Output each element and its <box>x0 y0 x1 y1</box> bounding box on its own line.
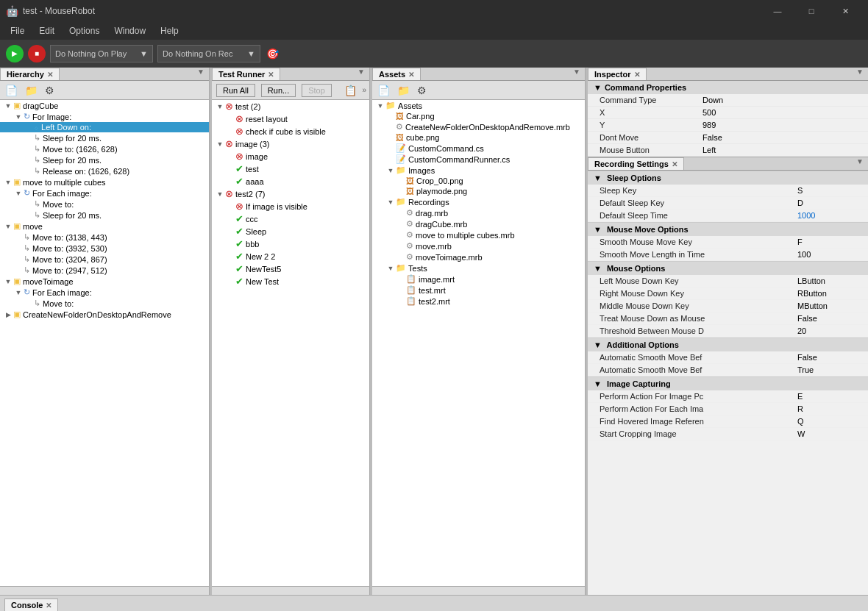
asset-item[interactable]: ⚙ move.mrb <box>372 240 585 251</box>
rs-expand-icon[interactable]: ▼ <box>852 157 868 170</box>
hierarchy-add-btn[interactable]: 📄 <box>3 84 20 97</box>
asset-item[interactable]: 🖼 playmode.png <box>372 186 585 196</box>
hierarchy-tab[interactable]: Hierarchy ✕ <box>0 68 60 80</box>
tree-item[interactable]: ↳ Move to: (1626, 628) <box>0 143 209 154</box>
asset-item[interactable]: ⚙ dragCube.mrb <box>372 218 585 229</box>
test-item[interactable]: ⊗ If image is visible <box>212 200 369 212</box>
asset-item[interactable]: 🖼 Crop_00.png <box>372 176 585 186</box>
rs-section-header[interactable]: ▼ Mouse Options <box>588 261 868 275</box>
hierarchy-scrollbar-x[interactable] <box>0 586 209 595</box>
asset-item[interactable]: 📋 image.mrt <box>372 274 585 285</box>
target-icon-button[interactable]: 🎯 <box>265 46 280 61</box>
test-item[interactable]: ⊗ image <box>212 150 369 162</box>
tree-item[interactable]: ▼↻ For Each image: <box>0 287 209 298</box>
stop-button[interactable]: ■ <box>28 45 46 62</box>
test-item[interactable]: ⊗ check if cube is visible <box>212 125 369 137</box>
asset-item[interactable]: ⚙ move to multiple cubes.mrb <box>372 229 585 240</box>
tree-item[interactable]: ↳ Release on: (1626, 628) <box>0 165 209 176</box>
test-item[interactable]: ✔ NewTest5 <box>212 262 369 275</box>
asset-item[interactable]: 📝 CustomCommandRunner.cs <box>372 154 585 165</box>
tree-item[interactable]: ↳ Sleep for 20 ms. <box>0 210 209 221</box>
tree-item[interactable]: ▼↻ For Each image: <box>0 187 209 199</box>
tree-item[interactable]: ↳ Move to: (3932, 530) <box>0 243 209 254</box>
test-item[interactable]: ✔ New Test <box>212 275 369 287</box>
tree-item[interactable]: ↳ Sleep for 20 ms. <box>0 132 209 143</box>
tree-item[interactable]: ⬦ Left Down on: <box>0 122 209 132</box>
tree-item[interactable]: ▼▣ dragCube <box>0 100 209 111</box>
rs-section-header[interactable]: ▼ Sleep Options <box>588 171 868 185</box>
console-tab[interactable]: Console ✕ <box>4 599 58 611</box>
rs-section-header[interactable]: ▼ Mouse Move Options <box>588 222 868 236</box>
asset-item[interactable]: 📋 test2.mrt <box>372 296 585 307</box>
test-item[interactable]: ✔ ccc <box>212 212 369 225</box>
tree-item[interactable]: ↳ Move to: <box>0 298 209 309</box>
assets-close-icon[interactable]: ✕ <box>408 71 414 79</box>
menu-help[interactable]: Help <box>153 24 186 37</box>
run-button[interactable]: Run... <box>261 84 296 97</box>
test-item[interactable]: ✔ test <box>212 162 369 175</box>
asset-item[interactable]: 🖼 Car.png <box>372 111 585 121</box>
tree-item[interactable]: ↳ Move to: (2947, 512) <box>0 265 209 276</box>
menu-options[interactable]: Options <box>62 24 107 37</box>
testrunner-double-arrow-icon[interactable]: » <box>362 86 366 94</box>
tree-item[interactable]: ▶▣ CreateNewFolderOnDesktopAndRemove <box>0 309 209 320</box>
tree-item[interactable]: ▼▣ move to multiple cubes <box>0 176 209 187</box>
command-properties-section[interactable]: ▼ Command Properties <box>588 81 868 94</box>
testrunner-copy-btn[interactable]: 📋 <box>342 84 359 97</box>
minimize-button[interactable]: — <box>761 0 794 22</box>
assets-folder-btn[interactable]: 📁 <box>395 84 412 97</box>
asset-item[interactable]: 🖼 cube.png <box>372 132 585 143</box>
hierarchy-expand-icon[interactable]: ▼ <box>193 68 209 80</box>
play-button[interactable]: ▶ <box>6 45 24 62</box>
tree-item[interactable]: ↳ Move to: <box>0 199 209 210</box>
test-item[interactable]: ✔ aaaa <box>212 175 369 187</box>
assets-settings-btn[interactable]: ⚙ <box>415 84 429 97</box>
hierarchy-folder-btn[interactable]: 📁 <box>23 84 40 97</box>
tree-item[interactable]: ↳ Sleep for 20 ms. <box>0 154 209 165</box>
assets-tab[interactable]: Assets ✕ <box>372 68 421 80</box>
asset-item[interactable]: ▼📁 Assets <box>372 100 585 111</box>
testrunner-tab[interactable]: Test Runner ✕ <box>212 68 280 80</box>
asset-item[interactable]: ⚙ moveToimage.mrb <box>372 251 585 262</box>
testrunner-expand-icon[interactable]: ▼ <box>353 68 369 80</box>
assets-add-btn[interactable]: 📄 <box>375 84 392 97</box>
inspector-expand-icon[interactable]: ▼ <box>852 68 868 80</box>
rs-close-icon[interactable]: ✕ <box>672 160 677 168</box>
run-all-button[interactable]: Run All <box>216 84 255 97</box>
tree-item[interactable]: ▼▣ moveToimage <box>0 276 209 287</box>
asset-item[interactable]: 📋 test.mrt <box>372 285 585 296</box>
rs-section-header[interactable]: ▼ Image Capturing <box>588 376 868 390</box>
asset-item[interactable]: ⚙ drag.mrb <box>372 207 585 218</box>
hierarchy-close-icon[interactable]: ✕ <box>47 71 53 79</box>
rec-mode-dropdown[interactable]: Do Nothing On Rec ▼ <box>157 45 260 62</box>
asset-item[interactable]: ▼📁 Tests <box>372 262 585 274</box>
console-close-icon[interactable]: ✕ <box>46 601 51 610</box>
testrunner-scrollbar-x[interactable] <box>212 586 369 595</box>
menu-edit[interactable]: Edit <box>32 24 62 37</box>
hierarchy-settings-btn[interactable]: ⚙ <box>43 84 57 97</box>
tree-item[interactable]: ▼▣ move <box>0 221 209 232</box>
menu-window[interactable]: Window <box>107 24 153 37</box>
testrunner-close-icon[interactable]: ✕ <box>268 71 274 79</box>
test-item[interactable]: ▼⊗ image (3) <box>212 137 369 150</box>
maximize-button[interactable]: □ <box>794 0 828 22</box>
test-item[interactable]: ▼⊗ test (2) <box>212 100 369 112</box>
assets-expand-icon[interactable]: ▼ <box>569 68 585 80</box>
tree-item[interactable]: ▼↻ For Image: <box>0 111 209 122</box>
asset-item[interactable]: ▼📁 Images <box>372 165 585 176</box>
test-item[interactable]: ✔ bbb <box>212 237 369 250</box>
stop-run-button[interactable]: Stop <box>302 84 332 97</box>
tree-item[interactable]: ↳ Move to: (3138, 443) <box>0 232 209 243</box>
asset-item[interactable]: ▼📁 Recordings <box>372 196 585 207</box>
close-button[interactable]: ✕ <box>828 0 862 22</box>
inspector-tab[interactable]: Inspector ✕ <box>588 68 647 80</box>
rs-section-header[interactable]: ▼ Additional Options <box>588 337 868 351</box>
assets-scrollbar-x[interactable] <box>372 586 585 595</box>
asset-item[interactable]: ⚙ CreateNewFolderOnDesktopAndRemove.mrb <box>372 121 585 132</box>
test-item[interactable]: ✔ Sleep <box>212 225 369 237</box>
inspector-close-icon[interactable]: ✕ <box>634 71 640 79</box>
recording-settings-tab[interactable]: Recording Settings ✕ <box>588 157 684 170</box>
test-item[interactable]: ✔ New 2 2 <box>212 250 369 262</box>
menu-file[interactable]: File <box>3 24 32 37</box>
test-item[interactable]: ▼⊗ test2 (7) <box>212 187 369 200</box>
